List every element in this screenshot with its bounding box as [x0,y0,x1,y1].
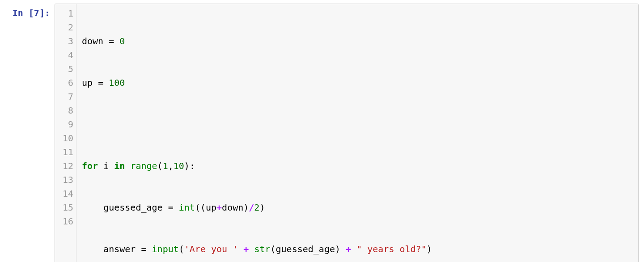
line-number: 12 [59,159,73,173]
line-number: 7 [59,90,73,104]
line-number: 3 [59,34,73,48]
code-line: answer = input('Are you ' + str(guessed_… [82,242,634,256]
line-number-gutter: 1 2 3 4 5 6 7 8 9 10 11 12 13 14 15 16 [55,4,76,262]
line-number: 16 [59,215,73,228]
prompt-number: 7 [34,8,39,18]
cell-prompt-column: In [7]: [5,4,55,262]
line-number: 1 [59,7,73,21]
line-number: 9 [59,118,73,131]
code-line: down = 0 [82,34,634,48]
prompt-prefix: In [13,8,29,18]
line-number: 2 [59,21,73,34]
line-number: 14 [59,187,73,201]
code-line [82,118,634,131]
line-number: 5 [59,62,73,76]
code-cell: In [7]: 1 2 3 4 5 6 7 8 9 10 11 12 13 14… [0,0,644,262]
line-number: 13 [59,173,73,187]
cell-prompt: In [7]: [13,8,50,18]
line-number: 10 [59,131,73,145]
code-editor-content[interactable]: down = 0 up = 100 for i in range(1,10): … [76,4,638,262]
code-line: for i in range(1,10): [82,159,634,173]
code-input-area[interactable]: 1 2 3 4 5 6 7 8 9 10 11 12 13 14 15 16 d… [55,4,639,262]
line-number: 15 [59,201,73,215]
prompt-lbracket: [ [29,8,34,18]
line-number: 4 [59,48,73,62]
code-line: up = 100 [82,76,634,90]
line-number: 6 [59,76,73,90]
line-number: 11 [59,145,73,159]
prompt-rbracket: ]: [39,8,50,18]
line-number: 8 [59,104,73,118]
code-line: guessed_age = int((up+down)/2) [82,201,634,215]
